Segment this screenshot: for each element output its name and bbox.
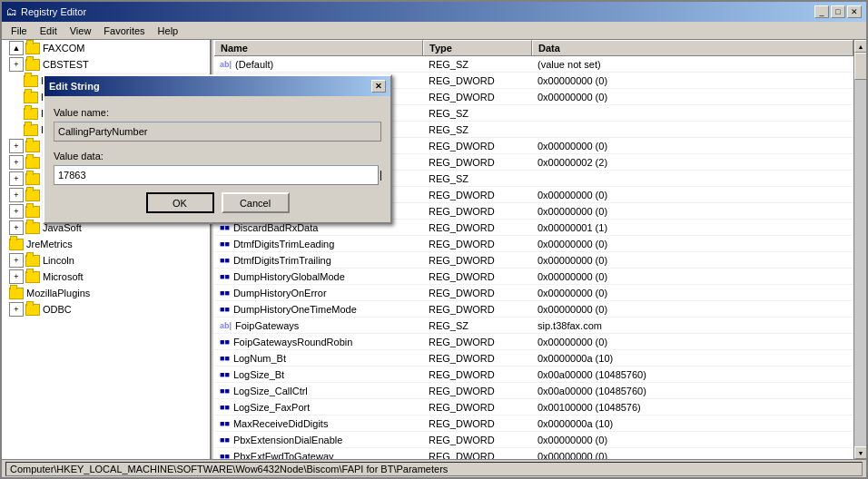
close-button[interactable]: ✕ bbox=[847, 5, 862, 18]
reg-dword-icon: ■■ bbox=[220, 337, 230, 347]
list-item[interactable]: ab| (Default) REG_SZ (value not set) bbox=[214, 56, 853, 73]
value-data-label: Value data: bbox=[54, 151, 381, 161]
expander-microsoft[interactable]: + bbox=[9, 269, 24, 284]
tree-label-microsoft: Microsoft bbox=[43, 271, 84, 282]
list-item[interactable]: ■■ LogSize_CallCtrl REG_DWORD 0x00a00000… bbox=[214, 383, 853, 399]
ok-button[interactable]: OK bbox=[146, 192, 214, 213]
folder-icon-citrix bbox=[25, 157, 40, 169]
list-item[interactable]: ■■ LogSize_FaxPort REG_DWORD 0x00100000 … bbox=[214, 399, 853, 415]
tree-label-faxcom: FAXCOM bbox=[43, 43, 84, 54]
tree-item-faxcom[interactable]: ▲ FAXCOM bbox=[2, 40, 210, 56]
value-name-input[interactable] bbox=[54, 122, 381, 142]
value-name-label: Value name: bbox=[54, 107, 381, 118]
right-scrollbar[interactable]: ▲ ▼ bbox=[853, 40, 866, 459]
list-item[interactable]: ■■ DtmfDigitsTrimTrailing REG_DWORD 0x00… bbox=[214, 252, 853, 269]
menu-favorites[interactable]: Favorites bbox=[98, 24, 150, 37]
expander-odbc[interactable]: + bbox=[9, 302, 24, 317]
menu-edit[interactable]: Edit bbox=[35, 24, 63, 37]
cell-data: 0x00000000 (0) bbox=[532, 434, 853, 446]
tree-item-odbc[interactable]: + ODBC bbox=[2, 301, 210, 318]
cell-name: ■■ DumpHistoryGlobalMode bbox=[214, 270, 423, 283]
expander-faxcom[interactable]: ▲ bbox=[9, 41, 24, 55]
list-item[interactable]: ■■ DumpHistoryOneTimeMode REG_DWORD 0x00… bbox=[214, 301, 853, 318]
tree-label-cbstest: CBSTEST bbox=[43, 59, 89, 70]
reg-dword-icon: ■■ bbox=[220, 223, 230, 232]
col-header-type[interactable]: Type bbox=[423, 40, 532, 55]
expander-flexlm[interactable]: + bbox=[9, 204, 24, 219]
minimize-button[interactable]: _ bbox=[814, 5, 829, 18]
folder-icon-faxcomsv bbox=[24, 108, 38, 120]
expander-citrix[interactable]: + bbox=[9, 155, 24, 170]
list-item[interactable]: ■■ PbxExtFwdToGateway REG_DWORD 0x000000… bbox=[214, 448, 853, 459]
list-item[interactable]: ■■ MaxReceiveDidDigits REG_DWORD 0x00000… bbox=[214, 415, 853, 432]
cell-type: REG_DWORD bbox=[423, 417, 532, 430]
list-item[interactable]: ■■ LogSize_Bt REG_DWORD 0x00a00000 (1048… bbox=[214, 367, 853, 383]
menu-file[interactable]: File bbox=[5, 24, 33, 37]
value-data-input[interactable] bbox=[54, 165, 379, 185]
status-bar-text: Computer\HKEY_LOCAL_MACHINE\SOFTWARE\Wow… bbox=[5, 462, 863, 476]
cell-data: 0x00000000 (0) bbox=[532, 74, 853, 87]
cell-name: ■■ DtmfDigitsTrimTrailing bbox=[214, 254, 423, 267]
reg-dword-icon: ■■ bbox=[220, 419, 230, 428]
col-header-data[interactable]: Data bbox=[532, 40, 853, 55]
tree-label-jremetrics: JreMetrics bbox=[26, 239, 73, 249]
cell-data: 0x00000001 (1) bbox=[532, 221, 853, 234]
reg-dword-icon: ■■ bbox=[220, 386, 230, 396]
tree-item-lincoln[interactable]: + Lincoln bbox=[2, 252, 210, 269]
list-item[interactable]: ab| FoipGateways REG_SZ sip.t38fax.com bbox=[214, 318, 853, 334]
cell-name: ■■ LogSize_FaxPort bbox=[214, 401, 423, 414]
cell-data: 0x00000000 (0) bbox=[532, 205, 853, 218]
list-item[interactable]: ■■ FoipGatewaysRoundRobin REG_DWORD 0x00… bbox=[214, 334, 853, 350]
status-bar: Computer\HKEY_LOCAL_MACHINE\SOFTWARE\Wow… bbox=[2, 459, 866, 477]
title-bar-buttons: _ □ ✕ bbox=[814, 5, 862, 18]
list-item[interactable]: ■■ DumpHistoryOnError REG_DWORD 0x000000… bbox=[214, 285, 853, 301]
folder-icon-lincoln bbox=[25, 255, 40, 267]
dialog-close-button[interactable]: ✕ bbox=[371, 80, 386, 93]
tree-item-mozilla[interactable]: MozillaPlugins bbox=[2, 285, 210, 301]
scroll-thumb[interactable] bbox=[854, 53, 866, 80]
cell-name: ■■ DumpHistoryOneTimeMode bbox=[214, 303, 423, 316]
cell-type: REG_DWORD bbox=[423, 189, 532, 201]
folder-icon-classes bbox=[25, 173, 40, 185]
menu-bar: File Edit View Favorites Help bbox=[2, 22, 866, 40]
list-item[interactable]: ■■ PbxExtensionDialEnable REG_DWORD 0x00… bbox=[214, 432, 853, 448]
expander-brooktrout[interactable]: + bbox=[9, 139, 24, 153]
scroll-down-button[interactable]: ▼ bbox=[854, 446, 866, 459]
cell-type: REG_SZ bbox=[423, 319, 532, 332]
cell-type: REG_DWORD bbox=[423, 303, 532, 316]
cell-name: ■■ PbxExtensionDialEnable bbox=[214, 434, 423, 446]
expander-lincoln[interactable]: + bbox=[9, 253, 24, 268]
list-item[interactable]: ■■ DumpHistoryGlobalMode REG_DWORD 0x000… bbox=[214, 269, 853, 285]
cell-data: 0x00100000 (1048576) bbox=[532, 401, 853, 414]
cell-type: REG_DWORD bbox=[423, 205, 532, 218]
list-item[interactable]: ■■ LogNum_Bt REG_DWORD 0x0000000a (10) bbox=[214, 350, 853, 367]
menu-view[interactable]: View bbox=[64, 24, 97, 37]
expander-cbstest[interactable]: + bbox=[9, 57, 24, 72]
col-header-name[interactable]: Name bbox=[214, 40, 423, 55]
expander-javasoft[interactable]: + bbox=[9, 220, 24, 235]
tree-item-microsoft[interactable]: + Microsoft bbox=[2, 269, 210, 285]
cell-data bbox=[532, 112, 853, 114]
registry-editor-window: 🗂 Registry Editor _ □ ✕ File Edit View F… bbox=[0, 0, 868, 479]
tree-label-mozilla: MozillaPlugins bbox=[26, 288, 90, 298]
cell-type: REG_DWORD bbox=[423, 238, 532, 250]
tree-item-cbstest[interactable]: + CBSTEST bbox=[2, 56, 210, 73]
cell-name: ■■ LogSize_CallCtrl bbox=[214, 385, 423, 397]
expander-classes[interactable]: + bbox=[9, 171, 24, 186]
tree-item-jremetrics[interactable]: JreMetrics bbox=[2, 236, 210, 252]
cell-data: 0x00000002 (2) bbox=[532, 156, 853, 169]
expander-clients[interactable]: + bbox=[9, 188, 24, 202]
reg-dword-icon: ■■ bbox=[220, 240, 230, 249]
list-item[interactable]: ■■ DtmfDigitsTrimLeading REG_DWORD 0x000… bbox=[214, 236, 853, 252]
title-bar-left: 🗂 Registry Editor bbox=[6, 5, 86, 18]
cell-data: 0x00000000 (0) bbox=[532, 254, 853, 267]
folder-icon-brooktrout bbox=[25, 141, 40, 152]
scroll-track[interactable] bbox=[854, 53, 866, 446]
menu-help[interactable]: Help bbox=[153, 24, 184, 37]
folder-icon-microsoft bbox=[25, 271, 40, 283]
app-icon: 🗂 bbox=[6, 5, 17, 18]
cancel-button[interactable]: Cancel bbox=[222, 192, 290, 213]
cell-data: 0x00000000 (0) bbox=[532, 270, 853, 283]
restore-button[interactable]: □ bbox=[831, 5, 845, 18]
scroll-up-button[interactable]: ▲ bbox=[854, 40, 866, 53]
